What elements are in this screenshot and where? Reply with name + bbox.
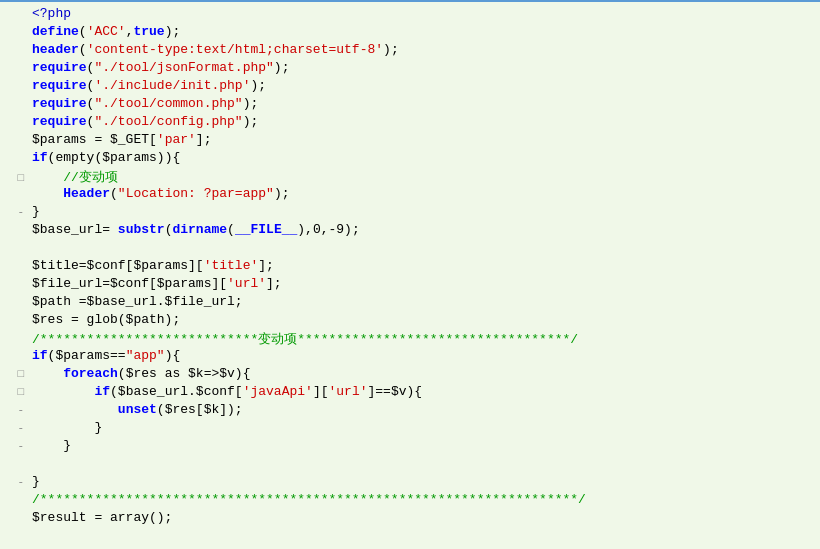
line-content: require('./include/init.php'); — [32, 78, 814, 93]
line-number: □ — [6, 368, 24, 380]
code-token: dirname — [172, 222, 227, 237]
code-token: 'title' — [204, 258, 259, 273]
code-token: header — [32, 42, 79, 57]
line-number: □ — [6, 386, 24, 398]
code-token — [32, 186, 63, 201]
code-token: ); — [274, 60, 290, 75]
code-token: require — [32, 60, 87, 75]
code-line: $base_url= substr(dirname(__FILE__),0,-9… — [0, 222, 820, 240]
code-token: 'ACC' — [87, 24, 126, 39]
code-token: foreach — [63, 366, 118, 381]
code-line — [0, 240, 820, 258]
code-token: /***************************************… — [32, 492, 586, 507]
code-token: if — [94, 384, 110, 399]
line-content — [32, 240, 814, 255]
code-editor: <?phpdefine('ACC',true);header('content-… — [0, 0, 820, 549]
code-token: } — [32, 438, 71, 453]
code-token: unset — [118, 402, 157, 417]
code-line: Header("Location: ?par=app"); — [0, 186, 820, 204]
code-token: require — [32, 78, 87, 93]
code-token: <?php — [32, 6, 71, 21]
line-content: require("./tool/jsonFormat.php"); — [32, 60, 814, 75]
code-line: - } — [0, 420, 820, 438]
code-token: $res = glob($path); — [32, 312, 180, 327]
line-content: $file_url=$conf[$params]['url']; — [32, 276, 814, 291]
code-token — [32, 402, 118, 417]
code-line: $title=$conf[$params]['title']; — [0, 258, 820, 276]
code-token: ]; — [196, 132, 212, 147]
code-token: ); — [274, 186, 290, 201]
code-line: $file_url=$conf[$params]['url']; — [0, 276, 820, 294]
code-token: "./tool/common.php" — [94, 96, 242, 111]
line-number: - — [6, 476, 24, 488]
line-content: $result = array(); — [32, 510, 814, 525]
code-line: require("./tool/common.php"); — [0, 96, 820, 114]
line-content: /***************************************… — [32, 492, 814, 507]
line-content: require("./tool/config.php"); — [32, 114, 814, 129]
code-token: ($res[$k]); — [157, 402, 243, 417]
code-token — [32, 366, 63, 381]
code-token: } — [32, 474, 40, 489]
line-content: $base_url= substr(dirname(__FILE__),0,-9… — [32, 222, 814, 237]
code-token: ( — [79, 42, 87, 57]
code-line: /***************************************… — [0, 492, 820, 510]
code-token: ( — [79, 24, 87, 39]
code-token — [32, 170, 63, 185]
code-line: $res = glob($path); — [0, 312, 820, 330]
code-token: ); — [165, 24, 181, 39]
code-line: □ if($base_url.$conf['javaApi']['url']==… — [0, 384, 820, 402]
code-token: ( — [110, 186, 118, 201]
code-token: (empty($params)){ — [48, 150, 181, 165]
code-token: define — [32, 24, 79, 39]
line-content: $title=$conf[$params]['title']; — [32, 258, 814, 273]
line-number: - — [6, 404, 24, 416]
code-line: -} — [0, 204, 820, 222]
line-content: $params = $_GET['par']; — [32, 132, 814, 147]
code-token: //变动项 — [63, 170, 118, 185]
line-number: □ — [6, 172, 24, 184]
code-token: ); — [243, 114, 259, 129]
line-content: foreach($res as $k=>$v){ — [32, 366, 814, 381]
line-content: if($params=="app"){ — [32, 348, 814, 363]
line-content: } — [32, 420, 814, 435]
line-content: } — [32, 204, 814, 219]
code-token: true — [133, 24, 164, 39]
code-token: ( — [227, 222, 235, 237]
line-content: <?php — [32, 6, 814, 21]
code-token: ); — [383, 42, 399, 57]
code-token: "./tool/jsonFormat.php" — [94, 60, 273, 75]
code-token: 'url' — [328, 384, 367, 399]
code-line: require('./include/init.php'); — [0, 78, 820, 96]
code-token: 'javaApi' — [243, 384, 313, 399]
code-token: ($base_url.$conf[ — [110, 384, 243, 399]
code-token: ][ — [313, 384, 329, 399]
code-line: header('content-type:text/html;charset=u… — [0, 42, 820, 60]
code-token: Header — [63, 186, 110, 201]
code-lines: <?phpdefine('ACC',true);header('content-… — [0, 6, 820, 528]
line-content: Header("Location: ?par=app"); — [32, 186, 814, 201]
line-number: - — [6, 440, 24, 452]
code-token: if — [32, 348, 48, 363]
line-content — [32, 456, 814, 471]
line-content: if(empty($params)){ — [32, 150, 814, 165]
code-line: require("./tool/jsonFormat.php"); — [0, 60, 820, 78]
code-token: "Location: ?par=app" — [118, 186, 274, 201]
code-token: $result = array(); — [32, 510, 172, 525]
code-token: ($res as $k=>$v){ — [118, 366, 251, 381]
code-token: 'url' — [227, 276, 266, 291]
code-token: /****************************变动项********… — [32, 332, 578, 347]
code-line: $path =$base_url.$file_url; — [0, 294, 820, 312]
code-token: ),0,-9); — [297, 222, 359, 237]
code-token: $title=$conf[$params][ — [32, 258, 204, 273]
code-token: } — [32, 204, 40, 219]
code-token: "./tool/config.php" — [94, 114, 242, 129]
line-content: } — [32, 474, 814, 489]
code-token: ); — [243, 96, 259, 111]
code-line: □ foreach($res as $k=>$v){ — [0, 366, 820, 384]
code-token: $base_url= — [32, 222, 118, 237]
code-token: $file_url=$conf[$params][ — [32, 276, 227, 291]
code-line: if($params=="app"){ — [0, 348, 820, 366]
code-token: } — [32, 420, 102, 435]
code-token: ); — [250, 78, 266, 93]
code-token: $path =$base_url.$file_url; — [32, 294, 243, 309]
